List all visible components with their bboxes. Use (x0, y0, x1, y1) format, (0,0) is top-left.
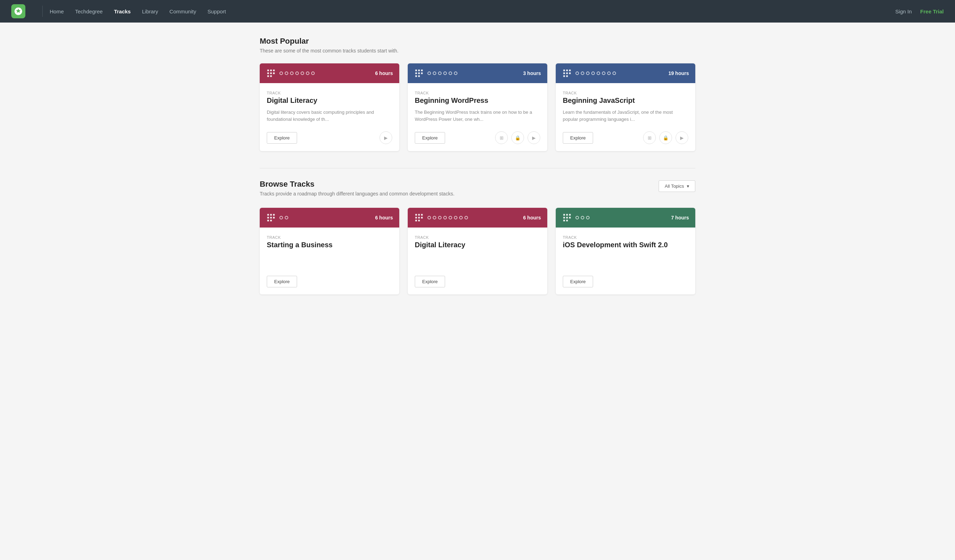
card-name-1: Beginning WordPress (415, 97, 540, 105)
card-header-0: 6 hours (260, 63, 399, 83)
free-trial-button[interactable]: Free Trial (920, 8, 944, 14)
browse-card-name-0: Starting a Business (267, 241, 392, 249)
card-header-2: 19 hours (556, 63, 695, 83)
browse-card-hours-2: 7 hours (671, 215, 689, 220)
svg-rect-41 (566, 214, 568, 216)
browse-card-body-2: Track iOS Development with Swift 2.0 Exp… (556, 228, 695, 295)
svg-rect-0 (268, 70, 269, 72)
browse-track-dots-2 (576, 216, 590, 220)
dot (443, 72, 447, 75)
card-label-0: Track (267, 91, 392, 95)
logo[interactable] (11, 4, 30, 18)
browse-title-group: Browse Tracks Tracks provide a roadmap t… (260, 179, 455, 206)
card-desc-0: Digital literacy covers basic computing … (267, 109, 392, 124)
card-desc-1: The Beginning WordPress track trains one… (415, 109, 540, 124)
card-header-left-2 (562, 68, 616, 78)
play-icon-1[interactable]: ▶ (528, 131, 540, 144)
svg-rect-22 (564, 75, 565, 77)
svg-rect-37 (421, 217, 423, 219)
svg-rect-43 (564, 217, 565, 219)
dot (427, 72, 431, 75)
dot (279, 216, 283, 220)
nav-support[interactable]: Support (208, 8, 226, 14)
svg-rect-6 (268, 75, 269, 77)
browse-card-body-0: Track Starting a Business Explore (260, 228, 399, 295)
svg-rect-44 (566, 217, 568, 219)
lock-icon-1[interactable]: 🔒 (511, 131, 524, 144)
dot (596, 72, 600, 75)
browse-card-header-0: 6 hours (260, 208, 399, 228)
most-popular-title: Most Popular (260, 37, 695, 46)
dot (301, 72, 304, 75)
svg-rect-27 (268, 217, 269, 219)
play-icon-0[interactable]: ▶ (379, 131, 392, 144)
dot (576, 72, 579, 75)
svg-rect-35 (415, 217, 417, 219)
svg-rect-15 (418, 75, 420, 77)
browse-card-header-left-2 (562, 213, 590, 223)
dot (586, 72, 590, 75)
dot (607, 72, 611, 75)
all-topics-button[interactable]: All Topics ▾ (659, 180, 695, 192)
browse-cards-grid: 6 hours Track Starting a Business Explor… (260, 208, 695, 295)
explore-button-2[interactable]: Explore (563, 132, 593, 144)
browse-card-header-left-0 (266, 213, 288, 223)
svg-rect-10 (421, 70, 423, 72)
popular-cards-grid: 6 hours Track Digital Literacy Digital l… (260, 63, 695, 151)
svg-rect-39 (418, 220, 420, 222)
nav-techdegree[interactable]: Techdegree (75, 8, 103, 14)
svg-rect-21 (569, 73, 571, 74)
card-body-0: Track Digital Literacy Digital literacy … (260, 83, 399, 151)
sign-in-button[interactable]: Sign In (896, 8, 912, 14)
dot (586, 216, 590, 220)
nav-home[interactable]: Home (50, 8, 64, 14)
explore-button-0[interactable]: Explore (267, 132, 297, 144)
explore-button-1[interactable]: Explore (415, 132, 445, 144)
svg-rect-34 (421, 214, 423, 216)
chevron-down-icon: ▾ (687, 184, 689, 189)
lock-icon-2[interactable]: 🔒 (659, 131, 672, 144)
dot (454, 72, 457, 75)
browse-explore-button-0[interactable]: Explore (267, 276, 297, 287)
grid-icon-1[interactable]: ⊞ (495, 131, 508, 144)
svg-rect-47 (566, 220, 568, 222)
dot (295, 72, 299, 75)
svg-rect-46 (564, 220, 565, 222)
browse-tracks-subtitle: Tracks provide a roadmap through differe… (260, 191, 455, 197)
play-icon-2[interactable]: ▶ (676, 131, 688, 144)
dot (438, 216, 441, 220)
svg-rect-1 (270, 70, 272, 72)
dot (449, 216, 452, 220)
browse-card-0: 6 hours Track Starting a Business Explor… (260, 208, 399, 295)
card-header-1: 3 hours (408, 63, 547, 83)
browse-explore-button-2[interactable]: Explore (563, 276, 593, 287)
card-header-left-1 (414, 68, 457, 78)
browse-card-label-2: Track (563, 235, 688, 240)
svg-rect-36 (418, 217, 420, 219)
svg-rect-16 (564, 70, 565, 72)
popular-card-0: 6 hours Track Digital Literacy Digital l… (260, 63, 399, 151)
browse-explore-button-1[interactable]: Explore (415, 276, 445, 287)
svg-rect-42 (569, 214, 571, 216)
nav-tracks[interactable]: Tracks (114, 8, 131, 14)
card-label-1: Track (415, 91, 540, 95)
nav-library[interactable]: Library (142, 8, 158, 14)
dot (612, 72, 616, 75)
dot (438, 72, 441, 75)
navigation: Home Techdegree Tracks Library Community… (0, 0, 955, 23)
nav-community[interactable]: Community (169, 8, 196, 14)
dot (459, 216, 463, 220)
logo-icon (11, 4, 25, 18)
svg-rect-23 (566, 75, 568, 77)
nav-links: Home Techdegree Tracks Library Community… (50, 8, 896, 14)
card-desc-2: Learn the fundamentals of JavaScript, on… (563, 109, 688, 124)
svg-rect-33 (418, 214, 420, 216)
browse-card-name-2: iOS Development with Swift 2.0 (563, 241, 688, 249)
grid-icon-2[interactable]: ⊞ (643, 131, 656, 144)
svg-rect-18 (569, 70, 571, 72)
browse-card-desc-0 (267, 253, 392, 269)
dot (427, 216, 431, 220)
svg-rect-12 (418, 73, 420, 74)
browse-card-name-1: Digital Literacy (415, 241, 540, 249)
dot (581, 216, 584, 220)
